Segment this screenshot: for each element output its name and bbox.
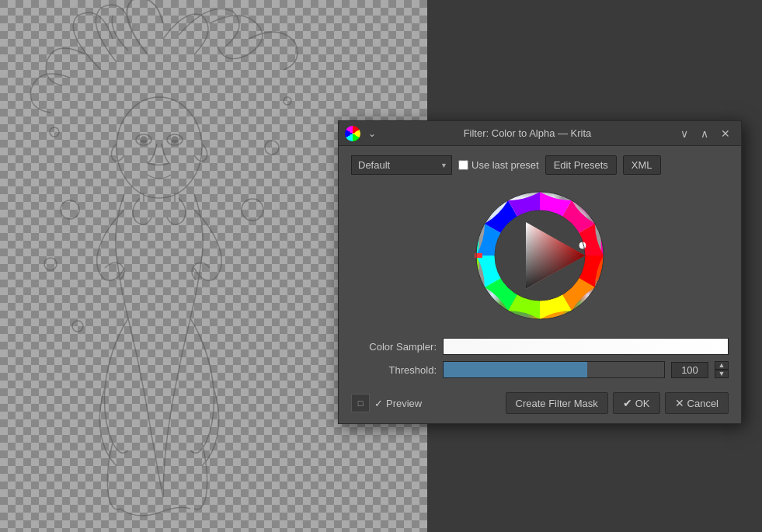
threshold-bar[interactable] [443, 361, 665, 378]
sliders-section: Color Sampler: Threshold: 100 ▲ ▼ [351, 338, 729, 378]
ok-button[interactable]: ✔ OK [613, 392, 660, 414]
threshold-label: Threshold: [351, 364, 437, 376]
create-filter-mask-button[interactable]: Create Filter Mask [506, 392, 608, 414]
svg-point-7 [242, 199, 263, 221]
ok-icon: ✔ [623, 397, 632, 409]
preview-icon-button[interactable]: □ [351, 394, 370, 412]
preview-label: Preview [386, 398, 422, 409]
color-sampler-label: Color Sampler: [351, 341, 437, 353]
cancel-label: Cancel [687, 398, 719, 409]
titlebar-menu-button[interactable]: ⌄ [365, 127, 379, 141]
xml-button[interactable]: XML [623, 155, 661, 175]
collapse-button[interactable]: ∨ [676, 126, 693, 141]
color-sampler-row: Color Sampler: [351, 338, 729, 355]
preset-select-wrapper: Default [351, 155, 452, 175]
color-wheel-svg [470, 186, 610, 325]
edit-presets-button[interactable]: Edit Presets [545, 155, 617, 175]
svg-point-10 [284, 97, 291, 105]
svg-point-3 [141, 137, 147, 143]
action-buttons: Create Filter Mask ✔ OK ✕ Cancel [506, 392, 729, 414]
svg-point-25 [579, 242, 586, 249]
titlebar-controls: ∨ ∧ ✕ [676, 126, 735, 141]
filter-dialog: ⌄ Filter: Color to Alpha — Krita ∨ ∧ ✕ D… [338, 120, 742, 424]
ok-label: OK [635, 398, 650, 409]
svg-point-8 [265, 141, 279, 155]
dialog-bottom: □ ✓ Preview Create Filter Mask ✔ OK ✕ Ca… [351, 389, 729, 414]
threshold-value-input[interactable]: 100 [671, 362, 708, 378]
close-button[interactable]: ✕ [716, 126, 735, 141]
svg-point-0 [117, 97, 202, 198]
threshold-row: Threshold: 100 ▲ ▼ [351, 361, 729, 378]
preset-row: Default Use last preset Edit Presets XML [351, 155, 729, 175]
preset-select[interactable]: Default [351, 155, 452, 175]
svg-point-9 [50, 127, 59, 137]
svg-point-5 [61, 200, 79, 219]
cancel-button[interactable]: ✕ Cancel [665, 392, 729, 414]
color-wheel-container [351, 186, 729, 325]
dialog-body: Default Use last preset Edit Presets XML [339, 146, 741, 423]
use-last-preset-text: Use last preset [471, 159, 539, 171]
svg-point-4 [172, 137, 178, 143]
preview-check-label[interactable]: ✓ Preview [374, 398, 422, 409]
threshold-down-button[interactable]: ▼ [715, 370, 729, 378]
use-last-preset-checkbox[interactable] [458, 160, 468, 170]
svg-point-11 [72, 321, 83, 332]
minimize-button[interactable]: ∧ [696, 126, 713, 141]
threshold-up-button[interactable]: ▲ [715, 361, 729, 370]
titlebar-left: ⌄ [345, 126, 379, 141]
krita-logo-icon [345, 126, 360, 141]
threshold-spinner: ▲ ▼ [715, 361, 729, 378]
use-last-preset-label[interactable]: Use last preset [458, 159, 539, 171]
preview-checkmark: ✓ [374, 398, 383, 409]
color-sampler-bar[interactable] [443, 338, 729, 355]
threshold-fill [444, 362, 587, 377]
preview-section: □ ✓ Preview [351, 394, 422, 412]
dialog-titlebar: ⌄ Filter: Color to Alpha — Krita ∨ ∧ ✕ [339, 121, 741, 146]
dialog-title: Filter: Color to Alpha — Krita [464, 127, 592, 139]
svg-point-6 [44, 258, 57, 270]
color-wheel[interactable] [470, 186, 610, 325]
cancel-icon: ✕ [675, 397, 684, 409]
create-filter-mask-label: Create Filter Mask [516, 398, 598, 409]
